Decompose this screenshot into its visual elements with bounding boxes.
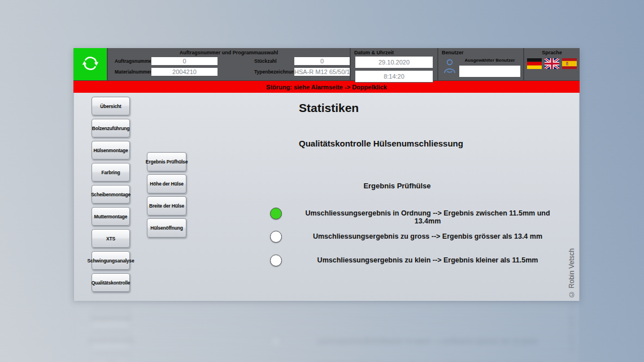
result-text-too-big: Umschliessungsergebnis zu gross --> Erge… [299,232,556,240]
materialnummer-field[interactable]: 2004210 [151,67,218,76]
sidebar-item-uebersicht[interactable]: Übersicht [92,97,130,115]
alarm-text: Störung: siehe Alarmseite -> Doppelklick [266,84,387,90]
content-area: Übersicht Bolzenzuführung Hülsenmontage … [73,93,580,301]
stueckzahl-label: Stückzahl [254,58,291,64]
british-flag[interactable] [545,58,559,69]
header-section-datetime: Datum & Uhrzeit 29.10.2020 8:14:20 [350,48,437,80]
typenbezeichnung-field[interactable]: HSA-R M12 65/50/15 [294,67,350,76]
copyright-credit: © Robin Vetsch [568,248,576,298]
subnav-item-hoehe-der-huelse[interactable]: Höhe der Hülse [147,174,186,193]
time-display: 8:14:20 [355,70,433,83]
subnav-item-ergebnis-pruefhuelse[interactable]: Ergebnis Prüfhülse [147,152,186,171]
header-bar: Auftragsnummer und Programmauswahl Auftr… [73,48,580,81]
result-text-ok: Umschliessungsergebnis in Ordnung --> Er… [299,209,556,225]
auftragsnummer-label: Auftragsnummer [115,58,149,64]
page-background: Auftragsnummer und Programmauswahl Auftr… [0,0,644,362]
sidebar-item-scheibenmontage[interactable]: Scheibenmontage [92,185,130,204]
app-logo[interactable] [73,48,107,80]
sidebar-item-xts[interactable]: XTS [92,229,130,248]
sidebar-item-muttermontage[interactable]: Muttermontage [92,207,130,226]
page-subtitle: Qualitätskontrolle Hülsenumschliessung [299,139,463,148]
header-section-program: Auftragsnummer und Programmauswahl Auftr… [107,48,350,80]
sidebar-item-bolzenzufuehrung[interactable]: Bolzenzuführung [92,119,130,137]
datetime-section-title: Datum & Uhrzeit [351,48,437,56]
sidebar-item-huelsenmontage[interactable]: Hülsenmontage [92,141,130,160]
subnav-item-breite-der-huelse[interactable]: Breite der Hülse [147,196,186,216]
result-text-too-small: Umschliessungsergebnis zu klein --> Erge… [299,256,556,264]
sync-arrows-icon [80,53,101,76]
result-group-label: Ergebnis Prüfhülse [341,182,454,190]
selected-user-label: Ausgewählter Benutzer [459,56,521,65]
spanish-flag[interactable] [562,58,577,69]
typenbezeichnung-label: Typenbezeichnung [254,69,291,75]
date-display: 29.10.2020 [355,56,433,68]
sidebar-item-farbring[interactable]: Farbring [92,163,130,182]
selected-user-input[interactable] [459,65,521,77]
language-section-title: Sprache [524,48,580,56]
header-section-language: Sprache [523,48,580,80]
result-indicator-too-big [270,231,282,243]
auftragsnummer-field[interactable]: 0 [151,57,218,66]
page-title: Statistiken [299,101,359,115]
german-flag[interactable] [527,58,542,69]
materialnummer-label: Materialnummer [115,69,149,75]
sidebar-item-qualitaetskontrolle[interactable]: Qualitätskontrolle [92,273,130,292]
sidebar-item-schwingungsanalyse[interactable]: Schwingungsanalyse [92,251,130,270]
app-window: Auftragsnummer und Programmauswahl Auftr… [73,48,580,300]
alarm-bar[interactable]: Störung: siehe Alarmseite -> Doppelklick [73,81,580,93]
user-section-title: Benutzer [438,48,523,56]
result-indicator-too-small [270,255,282,266]
subnav-item-huelsenoeffnung[interactable]: Hülsenöffnung [147,218,186,238]
stueckzahl-field[interactable]: 0 [294,57,350,66]
result-indicator-ok [270,208,282,219]
user-icon [443,56,459,77]
program-section-title: Auftragsnummer und Programmauswahl [108,48,350,56]
header-section-user: Benutzer Ausgewählter Benutzer [437,48,523,80]
